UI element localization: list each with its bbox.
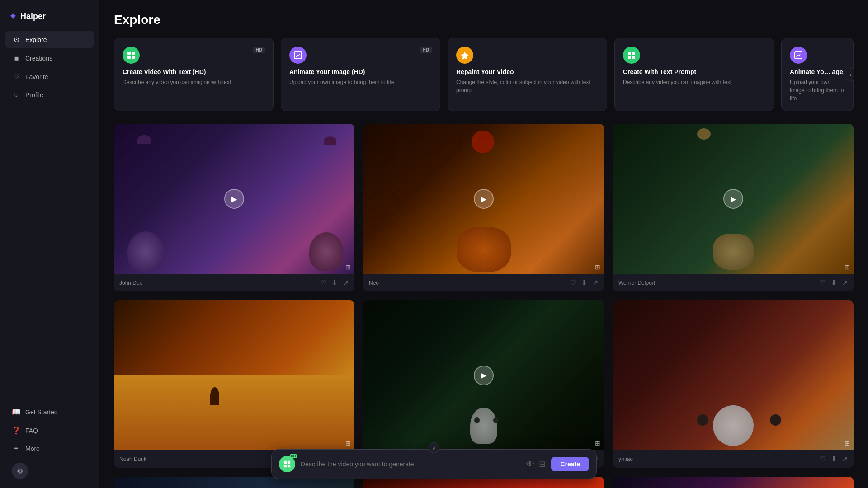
tool-icon-animate-image <box>289 47 307 64</box>
video-footer-2: Neo ♡ ⬇ ↗ <box>363 274 604 291</box>
video-footer-3: Werner Delport ♡ ⬇ ↗ <box>613 274 854 291</box>
settings-options-icon[interactable]: ⊞ <box>539 459 546 469</box>
hd-badge-1: HD <box>253 47 265 53</box>
download-button-2[interactable]: ⬇ <box>581 279 587 287</box>
play-button-1[interactable]: ▶ <box>224 189 244 209</box>
grid-icon-4: ⊞ <box>345 440 351 447</box>
like-button-1[interactable]: ♡ <box>321 279 326 287</box>
nav-more[interactable]: ≡ More <box>5 440 94 457</box>
nav-creations-label: Creations <box>25 55 52 62</box>
carousel-next-button[interactable]: › <box>844 68 854 81</box>
video-actions-3: ♡ ⬇ ↗ <box>820 279 848 287</box>
create-bar-input[interactable] <box>301 460 521 468</box>
video-thumb-9 <box>613 477 854 488</box>
share-button-6[interactable]: ↗ <box>842 455 848 463</box>
svg-rect-2 <box>127 56 131 59</box>
video-footer-1: John Doe ♡ ⬇ ↗ <box>114 274 354 291</box>
faq-label: FAQ <box>25 427 38 434</box>
tool-card-text-prompt[interactable]: HD Create With Text Prompt Describe any … <box>614 38 774 111</box>
settings-button[interactable]: ⚙ <box>12 463 28 479</box>
tool-card-1-desc: Describe any video you can imagine with … <box>123 78 265 86</box>
nav-favorite[interactable]: ♡ Favorite <box>5 68 94 85</box>
sidebar-bottom: 📖 Get Started ❓ FAQ ≡ More ⚙ <box>5 403 94 479</box>
app-name: Haiper <box>20 12 46 21</box>
tool-icon-repaint <box>456 47 473 64</box>
svg-rect-12 <box>288 461 290 464</box>
play-button-3[interactable]: ▶ <box>723 189 743 209</box>
download-button-3[interactable]: ⬇ <box>831 279 837 287</box>
video-card-4: ⊞ Noah Durik ♡ ⬇ ↗ <box>114 300 354 468</box>
video-author-3: Werner Delport <box>618 280 655 286</box>
share-button-1[interactable]: ↗ <box>343 279 349 287</box>
video-card-1: ▶ ⊞ John Doe ♡ ⬇ ↗ <box>114 124 354 291</box>
download-button-6[interactable]: ⬇ <box>831 455 837 463</box>
download-button-1[interactable]: ⬇ <box>332 279 338 287</box>
nav-get-started[interactable]: 📖 Get Started <box>5 403 94 421</box>
favorite-icon: ♡ <box>12 72 21 81</box>
tool-card-3-desc: Change the style, color or subject in yo… <box>456 78 599 94</box>
video-author-1: John Doe <box>119 280 142 286</box>
tool-card-5-title: Animate Yo… age <box>790 68 845 75</box>
svg-rect-3 <box>132 56 135 59</box>
video-actions-6: ♡ ⬇ ↗ <box>820 455 848 463</box>
video-thumb-3: ▶ ⊞ <box>613 124 854 274</box>
video-card-5: ▶ ⊞ bammerson ♡ ⬇ ↗ <box>363 300 604 468</box>
svg-rect-14 <box>288 465 290 467</box>
create-button[interactable]: Create <box>551 457 589 471</box>
share-button-2[interactable]: ↗ <box>593 279 599 287</box>
logo[interactable]: ✦ Haiper <box>5 9 94 31</box>
nav-creations[interactable]: ▣ Creations <box>5 49 94 67</box>
nav-favorite-label: Favorite <box>25 73 48 80</box>
video-card-9 <box>613 477 854 488</box>
video-thumb-1: ▶ ⊞ <box>114 124 354 274</box>
video-thumb-4: ⊞ <box>114 300 354 451</box>
nav-profile-label: Profile <box>25 91 43 99</box>
nav-profile[interactable]: ○ Profile <box>5 86 94 103</box>
nav-explore[interactable]: ⊙ Explore <box>5 31 94 48</box>
tool-card-repaint[interactable]: HD Repaint Your Video Change the style, … <box>448 38 607 111</box>
nav-faq[interactable]: ❓ FAQ <box>5 422 94 439</box>
play-button-2[interactable]: ▶ <box>474 189 494 209</box>
svg-rect-0 <box>127 52 131 55</box>
tool-icon-animate-2 <box>790 47 807 64</box>
view-options-icon[interactable]: 👁 <box>526 460 534 469</box>
create-bar-hd-badge: HD <box>290 454 297 458</box>
collapse-button[interactable]: ∧ <box>429 442 439 453</box>
tool-card-4-desc: Describe any video you can imagine with … <box>623 78 765 86</box>
like-button-3[interactable]: ♡ <box>820 279 826 287</box>
play-button-5[interactable]: ▶ <box>474 366 494 385</box>
tool-card-animate-image[interactable]: HD Animate Your Image (HD) Upload your o… <box>281 38 440 111</box>
nav-explore-label: Explore <box>25 36 47 43</box>
video-thumb-2: ▶ ⊞ <box>363 124 604 274</box>
grid-icon-2: ⊞ <box>595 263 600 271</box>
get-started-icon: 📖 <box>12 408 21 416</box>
video-footer-6: ymiao ♡ ⬇ ↗ <box>613 450 854 468</box>
grid-icon-6: ⊞ <box>844 440 850 447</box>
main-content: Explore HD Create Video With Text (HD) D… <box>99 0 868 488</box>
share-button-3[interactable]: ↗ <box>842 279 848 287</box>
svg-rect-7 <box>632 52 635 55</box>
video-actions-1: ♡ ⬇ ↗ <box>321 279 349 287</box>
logo-icon: ✦ <box>9 11 17 22</box>
video-thumb-6: ⊞ <box>613 300 854 451</box>
video-card-2: ▶ ⊞ Neo ♡ ⬇ ↗ <box>363 124 604 291</box>
like-button-6[interactable]: ♡ <box>820 455 826 463</box>
tool-icon-create-video <box>123 47 140 64</box>
svg-rect-8 <box>628 56 631 59</box>
video-grid-row1: ▶ ⊞ John Doe ♡ ⬇ ↗ ▶ ⊞ Neo <box>114 124 854 291</box>
grid-icon-1: ⊞ <box>345 263 351 271</box>
video-card-6: ⊞ ymiao ♡ ⬇ ↗ <box>613 300 854 468</box>
sidebar: ✦ Haiper ⊙ Explore ▣ Creations ♡ Favorit… <box>0 0 99 488</box>
video-actions-2: ♡ ⬇ ↗ <box>570 279 599 287</box>
like-button-2[interactable]: ♡ <box>570 279 576 287</box>
tool-card-2-title: Animate Your Image (HD) <box>289 68 432 75</box>
tool-card-5-desc: Upload your own image to bring them to l… <box>790 78 845 103</box>
hd-badge-2: HD <box>420 47 432 53</box>
tool-card-create-video[interactable]: HD Create Video With Text (HD) Describe … <box>114 38 274 111</box>
video-author-6: ymiao <box>618 456 633 462</box>
tool-card-animate-2[interactable]: Animate Yo… age Upload your own image to… <box>781 38 854 111</box>
more-icon: ≡ <box>12 445 21 453</box>
tool-card-3-title: Repaint Your Video <box>456 68 599 75</box>
svg-rect-11 <box>284 461 287 464</box>
create-bar-icon: HD <box>279 456 295 472</box>
